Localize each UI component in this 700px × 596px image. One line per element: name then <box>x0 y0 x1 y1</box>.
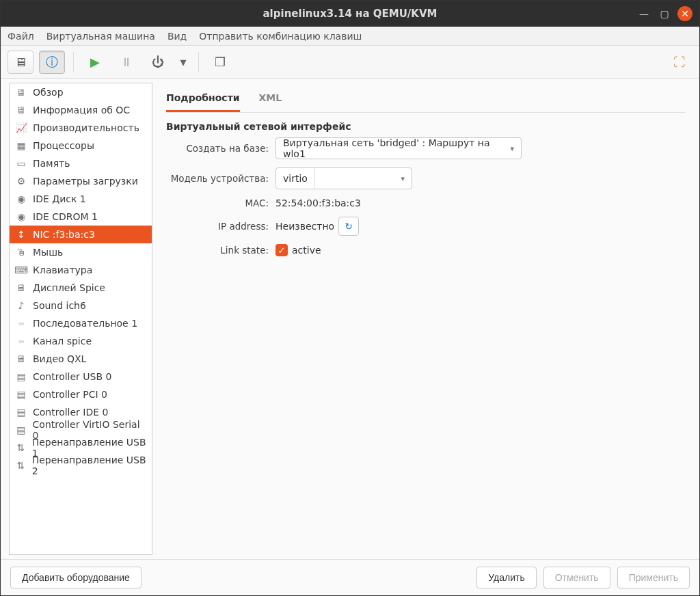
sidebar-item-icon: 🖱 <box>15 246 27 258</box>
sidebar-item-label: Sound ich6 <box>33 300 86 311</box>
separator <box>73 52 74 72</box>
fullscreen-icon: ⛶ <box>673 55 686 69</box>
cancel-button[interactable]: Отменить <box>543 567 610 588</box>
console-view-button[interactable]: 🖥 <box>8 51 33 74</box>
refresh-icon: ↻ <box>345 221 353 232</box>
model-dropdown[interactable]: virtio ▾ <box>275 167 412 189</box>
titlebar: alpinelinux3.14 на QEMU/KVM — ▢ ✕ <box>1 1 699 27</box>
linkstate-value: active <box>292 245 321 256</box>
sidebar-item-label: Канал spice <box>33 336 92 347</box>
mac-label: MAC: <box>166 198 269 208</box>
refresh-ip-button[interactable]: ↻ <box>338 217 359 236</box>
info-icon: ⓘ <box>46 54 58 70</box>
sidebar-item[interactable]: ◉IDE CDROM 1 <box>10 208 152 226</box>
sidebar-item[interactable]: 🖥Обзор <box>10 83 152 101</box>
sidebar-item[interactable]: ⎓Последовательное 1 <box>10 314 152 332</box>
footer: Добавить оборудование Удалить Отменить П… <box>1 559 699 595</box>
apply-button[interactable]: Применить <box>617 567 690 588</box>
tab-xml[interactable]: XML <box>259 87 282 112</box>
menu-sendkey[interactable]: Отправить комбинацию клавиш <box>199 31 362 42</box>
sidebar-item[interactable]: ♪Sound ich6 <box>10 297 152 314</box>
sidebar-item-icon: 📈 <box>15 122 27 134</box>
shutdown-menu-button[interactable]: ▾ <box>176 51 190 74</box>
sidebar-item[interactable]: ▦Процессоры <box>10 137 152 154</box>
play-icon: ▶ <box>90 55 100 69</box>
source-dropdown[interactable]: Виртуальная сеть 'bridged' : Маршрут на … <box>275 137 522 159</box>
sidebar-item[interactable]: ⚙Параметры загрузки <box>10 172 152 190</box>
sidebar-item-icon: 🖥 <box>15 353 27 365</box>
sidebar-item[interactable]: ▤Controller PCI 0 <box>10 385 152 403</box>
linkstate-checkbox[interactable]: ✓ <box>275 244 288 256</box>
chevron-down-icon: ▾ <box>401 174 405 183</box>
sidebar-item[interactable]: ⎓Канал spice <box>10 332 152 350</box>
toolbar: 🖥 ⓘ ▶ ⏸ ⏻ ▾ ❐ ⛶ <box>1 46 699 79</box>
sidebar-item[interactable]: 🖥Видео QXL <box>10 350 152 368</box>
sidebar-item-label: Память <box>33 158 70 169</box>
model-label: Модель устройства: <box>166 173 269 184</box>
menu-file[interactable]: Файл <box>8 31 34 42</box>
sidebar-item[interactable]: ▤Controller USB 0 <box>10 368 152 385</box>
sidebar-item-label: IDE CDROM 1 <box>33 211 98 222</box>
sidebar-item-label: Дисплей Spice <box>33 282 105 293</box>
sidebar-item-icon: ⎓ <box>15 317 27 329</box>
sidebar-item-icon: 🖥 <box>15 282 27 294</box>
ip-value: Неизвестно <box>275 221 334 232</box>
fullscreen-button[interactable]: ⛶ <box>667 51 692 74</box>
maximize-button[interactable]: ▢ <box>657 6 672 21</box>
sidebar-item[interactable]: ⇅Перенаправление USB 2 <box>10 457 152 474</box>
shutdown-button[interactable]: ⏻ <box>145 51 171 74</box>
sidebar-item-label: Параметры загрузки <box>33 176 138 187</box>
details-view-button[interactable]: ⓘ <box>39 51 65 74</box>
tab-details[interactable]: Подробности <box>166 87 240 112</box>
sidebar-item-icon: 🖥 <box>15 104 27 116</box>
power-icon: ⏻ <box>152 55 164 69</box>
monitor-icon: 🖥 <box>14 55 27 69</box>
sidebar-item-icon: ▦ <box>15 139 27 152</box>
menu-vm[interactable]: Виртуальная машина <box>46 31 155 42</box>
sidebar-item-icon: ⎓ <box>15 335 27 347</box>
separator <box>198 52 199 72</box>
menubar: Файл Виртуальная машина Вид Отправить ко… <box>1 27 699 46</box>
source-label: Создать на базе: <box>166 143 269 154</box>
sidebar-item[interactable]: 🖱Мышь <box>10 243 152 261</box>
sidebar-item-icon: ▤ <box>15 424 27 436</box>
hardware-sidebar[interactable]: 🖥Обзор🖥Информация об ОС📈Производительнос… <box>9 83 152 555</box>
minimize-button[interactable]: — <box>636 6 651 21</box>
sidebar-item[interactable]: ⌨Клавиатура <box>10 261 152 279</box>
menu-view[interactable]: Вид <box>167 31 187 42</box>
linkstate-label: Link state: <box>166 245 269 256</box>
sidebar-item-icon: ⇅ <box>15 442 27 454</box>
sidebar-item-label: Мышь <box>33 247 63 258</box>
source-value: Виртуальная сеть 'bridged' : Маршрут на … <box>283 137 504 159</box>
sidebar-item-icon: ▭ <box>15 157 27 170</box>
sidebar-item-icon: ⇅ <box>15 459 27 472</box>
sidebar-item[interactable]: ◉IDE Диск 1 <box>10 190 152 208</box>
snapshots-button[interactable]: ❐ <box>207 51 233 74</box>
sidebar-item-icon: ▤ <box>15 406 27 418</box>
sidebar-item-label: Controller IDE 0 <box>33 407 108 418</box>
sidebar-item[interactable]: 📈Производительность <box>10 119 152 137</box>
sidebar-item[interactable]: 🖥Информация об ОС <box>10 101 152 119</box>
sidebar-item-icon: ⌨ <box>15 264 27 276</box>
ip-label: IP address: <box>166 221 269 232</box>
pause-button[interactable]: ⏸ <box>113 51 139 74</box>
sidebar-item-label: Последовательное 1 <box>33 318 137 329</box>
sidebar-item-label: Видео QXL <box>33 353 86 364</box>
snapshots-icon: ❐ <box>215 55 226 69</box>
sidebar-item-label: NIC :f3:ba:c3 <box>33 229 95 240</box>
sidebar-item-label: Controller USB 0 <box>33 371 111 382</box>
close-button[interactable]: ✕ <box>677 6 692 21</box>
sidebar-item[interactable]: ▭Память <box>10 154 152 172</box>
chevron-down-icon: ▾ <box>180 55 186 69</box>
sidebar-item-icon: ▤ <box>15 370 27 383</box>
panel-heading: Виртуальный сетевой интерфейс <box>166 121 686 132</box>
sidebar-item-label: Controller PCI 0 <box>33 389 107 400</box>
run-button[interactable]: ▶ <box>82 51 108 74</box>
sidebar-item[interactable]: ↕NIC :f3:ba:c3 <box>10 226 152 243</box>
add-hardware-button[interactable]: Добавить оборудование <box>10 567 142 588</box>
sidebar-item-label: IDE Диск 1 <box>33 193 86 204</box>
mac-value: 52:54:00:f3:ba:c3 <box>275 198 522 208</box>
sidebar-item-label: Процессоры <box>33 140 94 151</box>
delete-button[interactable]: Удалить <box>476 567 536 588</box>
sidebar-item[interactable]: 🖥Дисплей Spice <box>10 279 152 297</box>
